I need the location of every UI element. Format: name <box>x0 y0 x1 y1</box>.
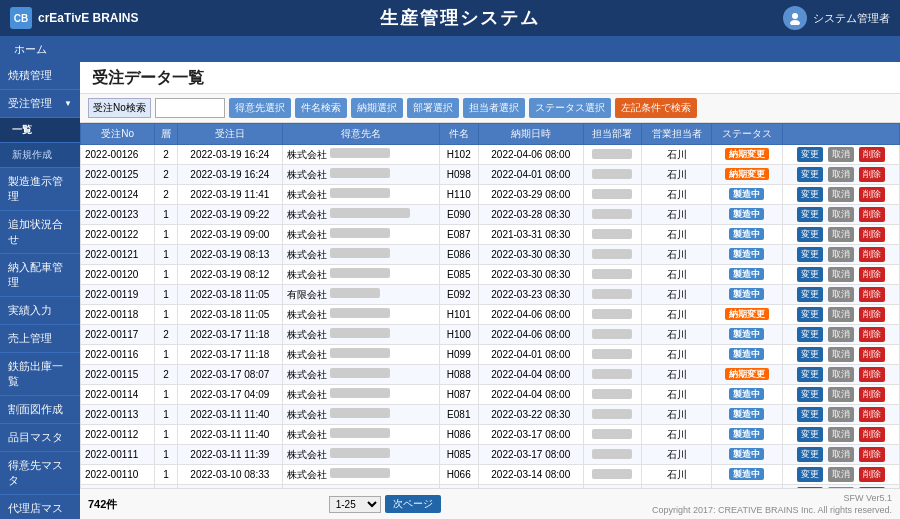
cell-status: 製造中 <box>712 245 782 265</box>
delete-button[interactable]: 削除 <box>859 207 885 222</box>
sidebar-item-tsuika[interactable]: 追加状況合せ <box>0 211 80 254</box>
delete-button[interactable]: 削除 <box>859 327 885 342</box>
delete-button[interactable]: 削除 <box>859 407 885 422</box>
cancel-button[interactable]: 取消 <box>828 387 854 402</box>
cell-deadline: 2021-03-31 08:30 <box>478 225 583 245</box>
cancel-button[interactable]: 取消 <box>828 247 854 262</box>
cancel-button[interactable]: 取消 <box>828 447 854 462</box>
change-button[interactable]: 変更 <box>797 387 823 402</box>
cell-actions: 変更 取消 削除 <box>782 205 899 225</box>
delete-button[interactable]: 削除 <box>859 467 885 482</box>
cell-level: 1 <box>155 445 178 465</box>
cell-staff: 石川 <box>642 345 712 365</box>
cell-staff: 石川 <box>642 425 712 445</box>
change-button[interactable]: 変更 <box>797 307 823 322</box>
sidebar-item-jisseki[interactable]: 実績入力 <box>0 297 80 325</box>
delete-button[interactable]: 削除 <box>859 247 885 262</box>
cell-dept <box>583 245 641 265</box>
col-deadline: 納期日時 <box>478 124 583 145</box>
staff-select-button[interactable]: 担当者選択 <box>463 98 525 118</box>
change-button[interactable]: 変更 <box>797 227 823 242</box>
cancel-button[interactable]: 取消 <box>828 287 854 302</box>
sidebar-item-tokuisaki[interactable]: 得意先マスタ <box>0 452 80 495</box>
delete-button[interactable]: 削除 <box>859 427 885 442</box>
delete-button[interactable]: 削除 <box>859 267 885 282</box>
delete-button[interactable]: 削除 <box>859 347 885 362</box>
cell-staff: 石川 <box>642 205 712 225</box>
logo-text: crEaTivE BRAINS <box>38 11 138 25</box>
deadline-select-button[interactable]: 納期選択 <box>351 98 403 118</box>
sidebar-item-dairi[interactable]: 代理店マスタ <box>0 495 80 519</box>
search-button[interactable]: 左記条件で検索 <box>615 98 697 118</box>
sidebar-item-tekkin[interactable]: 鉄筋出庫一覧 <box>0 353 80 396</box>
cell-actions: 変更 取消 削除 <box>782 165 899 185</box>
sidebar-item-uriage[interactable]: 売上管理 <box>0 325 80 353</box>
sidebar-item-juchu[interactable]: 受注管理 ▼ <box>0 90 80 118</box>
sidebar-item-warimenko[interactable]: 割面図作成 <box>0 396 80 424</box>
change-button[interactable]: 変更 <box>797 287 823 302</box>
logo-area: CB crEaTivE BRAINS <box>10 7 210 29</box>
dept-select-button[interactable]: 部署選択 <box>407 98 459 118</box>
cell-order-no: 2022-00123 <box>81 205 155 225</box>
select-all-button[interactable]: 得意先選択 <box>229 98 291 118</box>
sidebar-item-shinki[interactable]: 新規作成 <box>0 143 80 168</box>
order-no-input[interactable] <box>155 98 225 118</box>
cell-deadline: 2022-03-17 08:00 <box>478 425 583 445</box>
cancel-button[interactable]: 取消 <box>828 147 854 162</box>
delete-button[interactable]: 削除 <box>859 287 885 302</box>
change-button[interactable]: 変更 <box>797 467 823 482</box>
pager-select[interactable]: 1-25 1-50 1-100 <box>329 496 381 513</box>
cell-company: 株式会社 <box>282 165 439 185</box>
change-button[interactable]: 変更 <box>797 427 823 442</box>
cell-dept <box>583 265 641 285</box>
change-button[interactable]: 変更 <box>797 367 823 382</box>
sidebar-item-ichiran[interactable]: 一覧 <box>0 118 80 143</box>
delete-button[interactable]: 削除 <box>859 187 885 202</box>
cancel-button[interactable]: 取消 <box>828 307 854 322</box>
sidebar-item-yakuseki[interactable]: 焼積管理 <box>0 62 80 90</box>
delete-button[interactable]: 削除 <box>859 147 885 162</box>
change-button[interactable]: 変更 <box>797 167 823 182</box>
delete-button[interactable]: 削除 <box>859 447 885 462</box>
cancel-button[interactable]: 取消 <box>828 167 854 182</box>
cancel-button[interactable]: 取消 <box>828 187 854 202</box>
cell-order-no: 2022-00121 <box>81 245 155 265</box>
change-button[interactable]: 変更 <box>797 327 823 342</box>
sidebar: 焼積管理 受注管理 ▼ 一覧 新規作成 製造進示管理 追加状況合せ 納入配車管理… <box>0 62 80 519</box>
change-button[interactable]: 変更 <box>797 407 823 422</box>
change-button[interactable]: 変更 <box>797 147 823 162</box>
cancel-button[interactable]: 取消 <box>828 367 854 382</box>
sidebar-item-hinmoku[interactable]: 品目マスタ <box>0 424 80 452</box>
cell-deadline: 2022-03-14 08:00 <box>478 465 583 485</box>
cancel-button[interactable]: 取消 <box>828 467 854 482</box>
cancel-button[interactable]: 取消 <box>828 227 854 242</box>
status-select-button[interactable]: ステータス選択 <box>529 98 611 118</box>
change-button[interactable]: 変更 <box>797 347 823 362</box>
cell-actions: 変更 取消 削除 <box>782 445 899 465</box>
sidebar-item-nounyuu[interactable]: 納入配車管理 <box>0 254 80 297</box>
cancel-button[interactable]: 取消 <box>828 207 854 222</box>
delete-button[interactable]: 削除 <box>859 307 885 322</box>
cancel-button[interactable]: 取消 <box>828 407 854 422</box>
name-search-button[interactable]: 件名検索 <box>295 98 347 118</box>
delete-button[interactable]: 削除 <box>859 387 885 402</box>
nav-home[interactable]: ホーム <box>0 36 61 62</box>
change-button[interactable]: 変更 <box>797 187 823 202</box>
change-button[interactable]: 変更 <box>797 207 823 222</box>
table-row: 2022-00118 1 2022-03-18 11:05 株式会社 H101 … <box>81 305 900 325</box>
next-page-button[interactable]: 次ページ <box>385 495 441 513</box>
user-icon <box>783 6 807 30</box>
delete-button[interactable]: 削除 <box>859 227 885 242</box>
change-button[interactable]: 変更 <box>797 247 823 262</box>
cancel-button[interactable]: 取消 <box>828 347 854 362</box>
delete-button[interactable]: 削除 <box>859 167 885 182</box>
cancel-button[interactable]: 取消 <box>828 427 854 442</box>
cell-staff: 石川 <box>642 325 712 345</box>
delete-button[interactable]: 削除 <box>859 367 885 382</box>
change-button[interactable]: 変更 <box>797 267 823 282</box>
content-area: 受注データ一覧 受注No検索 得意先選択 件名検索 納期選択 部署選択 担当者選… <box>80 62 900 519</box>
cancel-button[interactable]: 取消 <box>828 267 854 282</box>
change-button[interactable]: 変更 <box>797 447 823 462</box>
sidebar-item-seizo[interactable]: 製造進示管理 <box>0 168 80 211</box>
cancel-button[interactable]: 取消 <box>828 327 854 342</box>
